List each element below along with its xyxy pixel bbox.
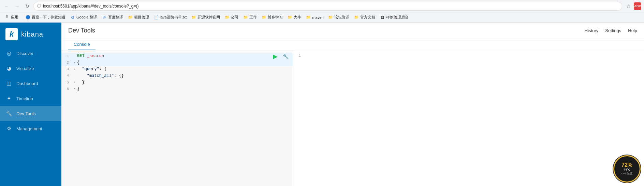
bookmark-company[interactable]: 📁 公司	[223, 14, 240, 21]
bookmark-work-label: 工作	[249, 15, 257, 20]
bookmark-project[interactable]: 📁 项目管理	[126, 14, 151, 21]
bookmark-baidu-translate[interactable]: 译 百度翻译	[100, 14, 125, 21]
line-content-6: }	[77, 86, 293, 92]
back-button[interactable]: ←	[3, 2, 11, 10]
devtools-icon: 🔧	[5, 110, 12, 117]
line-content-4: "match_all": {}	[77, 73, 293, 79]
editor-panel: ▶ 🔧 1 GET _search 2 ▾ {	[61, 50, 293, 186]
kibana-logo-icon: k	[5, 28, 18, 40]
bookmark-maven-label: maven	[312, 15, 323, 19]
cpu-percent: 72%	[621, 162, 632, 168]
bookmark-docs-label: 官方文档	[360, 15, 375, 20]
sidebar-item-management-label: Management	[16, 126, 42, 131]
folder-icon-maven: 📁	[306, 15, 311, 20]
browser-bar: ← → ↻ ⓘ localhost:5601/app/kibana#/dev_t…	[0, 0, 644, 12]
editor-toolbar: ▶ 🔧	[271, 52, 290, 61]
output-panel: 1	[293, 50, 644, 186]
bookmark-apps[interactable]: ⠿ 应用	[3, 14, 20, 21]
cpu-widget: 72% 44°C CPU温度	[613, 155, 641, 183]
bookmark-forum-label: 论坛资源	[334, 15, 349, 20]
folder-icon-expert: 📁	[288, 15, 292, 20]
sidebar-item-discover[interactable]: ◎ Discover	[0, 46, 61, 61]
app-container: k kibana ◎ Discover ◕ Visualize ◫ Dashbo…	[0, 23, 644, 186]
line-number-1: 1	[61, 53, 72, 59]
bookmark-google-translate[interactable]: G Google 翻译	[68, 14, 99, 21]
sidebar-item-dashboard[interactable]: ◫ Dashboard	[0, 76, 61, 91]
code-editor[interactable]: 1 GET _search 2 ▾ { 3 ▾ "query": {	[61, 50, 293, 186]
baidu-icon: 🔵	[26, 15, 30, 20]
code-line-2: 2 ▾ {	[61, 59, 293, 66]
output-line-1: 1	[293, 53, 644, 59]
kibana-logo-text: kibana	[21, 30, 43, 38]
url-text: localhost:5601/app/kibana#/dev_tools/con…	[43, 4, 618, 9]
bookmark-blog-label: 博客学习	[268, 15, 283, 20]
line-gutter-2: ▾	[72, 61, 77, 65]
sidebar-item-visualize-label: Visualize	[16, 66, 34, 71]
forward-button[interactable]: →	[13, 2, 21, 10]
main-header: Dev Tools History Settings Help	[61, 23, 644, 39]
bookmark-expert[interactable]: 📁 大牛	[286, 14, 303, 21]
folder-icon-forum: 📁	[328, 15, 333, 20]
bookmarks-bar: ⠿ 应用 🔵 百度一下，你就知道 G Google 翻译 译 百度翻译 📁 项目…	[0, 12, 644, 23]
code-line-4: 4 "match_all": {}	[61, 73, 293, 79]
folder-icon-blog: 📁	[262, 15, 266, 20]
address-bar[interactable]: ⓘ localhost:5601/app/kibana#/dev_tools/c…	[33, 2, 622, 11]
cpu-temp: 44°C	[624, 168, 630, 172]
bookmark-java[interactable]: 📄 java进阶书单.txt	[152, 14, 189, 21]
code-line-3: 3 ▾ "query": {	[61, 66, 293, 72]
bookmark-example[interactable]: 🖼 样例管理后台	[378, 14, 411, 21]
help-link[interactable]: Help	[628, 28, 637, 33]
sidebar: k kibana ◎ Discover ◕ Visualize ◫ Dashbo…	[0, 23, 61, 186]
history-link[interactable]: History	[585, 28, 598, 33]
abp-badge: ABP	[634, 2, 641, 10]
google-translate-icon: G	[70, 15, 75, 20]
bookmark-forum[interactable]: 📁 论坛资源	[326, 14, 351, 21]
line-gutter-6: ▾	[72, 87, 77, 91]
refresh-button[interactable]: ↻	[23, 2, 31, 10]
sidebar-logo: k kibana	[0, 23, 61, 46]
sidebar-item-management[interactable]: ⚙ Management	[0, 121, 61, 136]
bookmark-example-label: 样例管理后台	[386, 15, 409, 20]
line-number-4: 4	[61, 73, 72, 79]
bookmark-star-button[interactable]: ☆	[624, 2, 632, 10]
baidu-translate-icon: 译	[102, 15, 107, 20]
timelion-icon: ✦	[5, 95, 12, 102]
code-line-5: 5 ▾ }	[61, 79, 293, 86]
tab-console[interactable]: Console	[68, 39, 96, 50]
bookmark-docs[interactable]: 📁 官方文档	[352, 14, 377, 21]
main-content: Dev Tools History Settings Help Console …	[61, 23, 644, 186]
line-content-5: }	[77, 79, 293, 86]
console-area: ▶ 🔧 1 GET _search 2 ▾ {	[61, 50, 644, 186]
line-gutter-3: ▾	[72, 67, 77, 72]
visualize-icon: ◕	[5, 65, 12, 72]
line-number-3: 3	[61, 66, 72, 72]
wrench-button[interactable]: 🔧	[281, 52, 290, 61]
sidebar-item-devtools-label: Dev Tools	[16, 111, 36, 116]
folder-icon-work: 📁	[243, 15, 248, 20]
settings-link[interactable]: Settings	[605, 28, 621, 33]
apps-icon: ⠿	[5, 15, 10, 20]
line-number-6: 6	[61, 86, 72, 92]
bookmark-baidu-translate-label: 百度翻译	[108, 15, 123, 20]
dashboard-icon: ◫	[5, 80, 12, 87]
bookmark-baidu[interactable]: 🔵 百度一下，你就知道	[24, 14, 68, 21]
bookmark-opensource[interactable]: 📁 开源软件官网	[189, 14, 222, 21]
bookmark-blog[interactable]: 📁 博客学习	[260, 14, 285, 21]
sidebar-item-timelion[interactable]: ✦ Timelion	[0, 91, 61, 106]
sidebar-nav: ◎ Discover ◕ Visualize ◫ Dashboard ✦ Tim…	[0, 46, 61, 186]
folder-icon-company: 📁	[225, 15, 230, 20]
folder-icon-opensource: 📁	[191, 15, 196, 20]
tabs-bar: Console	[61, 39, 644, 50]
line-number-2: 2	[61, 60, 72, 66]
line-content-1: GET _search	[77, 53, 293, 59]
sidebar-item-visualize[interactable]: ◕ Visualize	[0, 61, 61, 76]
bookmark-work[interactable]: 📁 工作	[241, 14, 259, 21]
image-icon-example: 🖼	[380, 15, 385, 20]
bookmark-company-label: 公司	[231, 15, 238, 20]
run-button[interactable]: ▶	[271, 52, 279, 61]
sidebar-item-devtools[interactable]: 🔧 Dev Tools	[0, 106, 61, 121]
bookmark-maven[interactable]: 📁 maven	[304, 14, 325, 21]
line-content-2: {	[77, 59, 293, 66]
folder-icon-project: 📁	[128, 15, 133, 20]
line-number-5: 5	[61, 80, 72, 86]
